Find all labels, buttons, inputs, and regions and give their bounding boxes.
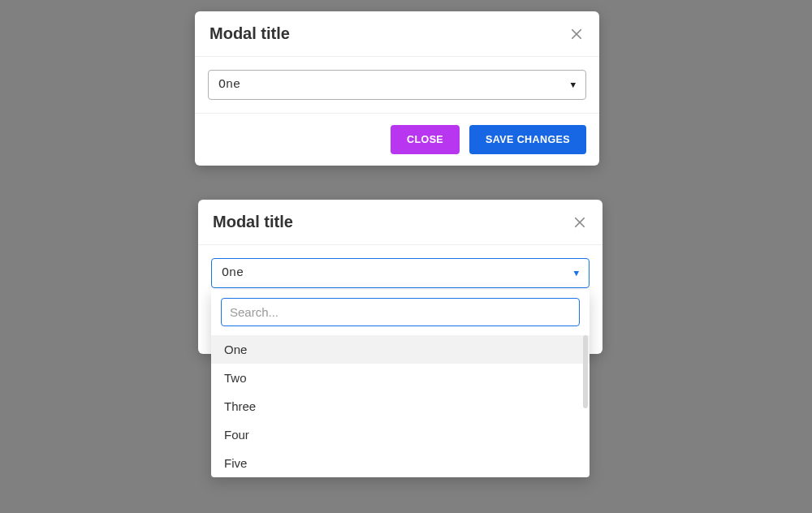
- modal-header: Modal title: [198, 200, 603, 245]
- modal-body: One ▼: [195, 57, 599, 113]
- select-input[interactable]: One ▼: [211, 258, 590, 288]
- select-value: One: [218, 78, 240, 92]
- close-icon[interactable]: [572, 214, 588, 231]
- select-wrap: One ▼: [208, 70, 586, 100]
- dropdown-item[interactable]: Five: [211, 449, 590, 477]
- select-dropdown: One Two Three Four Five: [211, 290, 590, 477]
- modal-closed: Modal title One ▼ Close Save Changes: [195, 11, 599, 166]
- chevron-down-icon: ▼: [573, 269, 579, 278]
- modal-footer: Close Save Changes: [195, 113, 599, 166]
- select-wrap: One ▼ One Two Three Four Five: [211, 258, 590, 288]
- modal-open: Modal title One ▼ One Two Three Four: [198, 200, 603, 354]
- modal-header: Modal title: [195, 11, 599, 57]
- scrollbar[interactable]: [583, 335, 588, 408]
- dropdown-item[interactable]: Three: [211, 392, 590, 420]
- dropdown-item[interactable]: Four: [211, 420, 590, 449]
- close-icon[interactable]: [568, 26, 585, 42]
- save-changes-button[interactable]: Save Changes: [469, 125, 586, 154]
- close-button[interactable]: Close: [391, 125, 460, 154]
- dropdown-search-wrap: [211, 298, 590, 334]
- dropdown-list[interactable]: One Two Three Four Five: [211, 334, 590, 477]
- dropdown-item[interactable]: Two: [211, 364, 590, 392]
- search-input[interactable]: [221, 298, 580, 326]
- modal-body: One ▼ One Two Three Four Five: [198, 245, 603, 301]
- dropdown-item[interactable]: One: [211, 335, 590, 364]
- modal-title: Modal title: [209, 24, 290, 43]
- select-value: One: [222, 266, 244, 280]
- select-input[interactable]: One ▼: [208, 70, 586, 100]
- chevron-down-icon: ▼: [570, 80, 576, 90]
- modal-title: Modal title: [213, 213, 293, 231]
